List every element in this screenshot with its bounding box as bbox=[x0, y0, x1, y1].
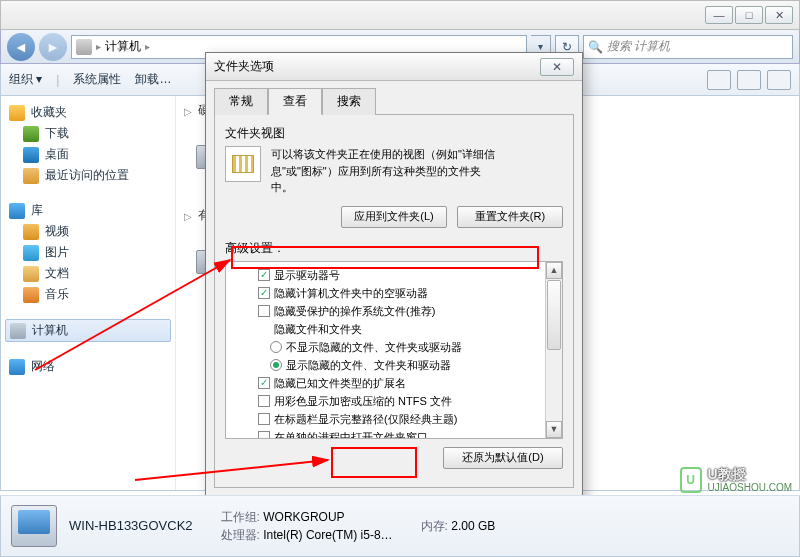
video-icon bbox=[23, 224, 39, 240]
toolbar-separator: | bbox=[56, 73, 59, 87]
adv-item-fullpath-title[interactable]: 在标题栏显示完整路径(仅限经典主题) bbox=[230, 410, 541, 428]
restore-defaults-button[interactable]: 还原为默认值(D) bbox=[443, 447, 563, 469]
sidebar-label: 图片 bbox=[45, 244, 69, 261]
expand-icon[interactable]: ▷ bbox=[184, 106, 192, 117]
sidebar-label: 文档 bbox=[45, 265, 69, 282]
adv-item-hide-empty-drives[interactable]: ✓隐藏计算机文件夹中的空驱动器 bbox=[230, 284, 541, 302]
adv-item-hide-protected-os-files[interactable]: 隐藏受保护的操作系统文件(推荐) bbox=[230, 302, 541, 320]
memory-value: 2.00 GB bbox=[451, 519, 495, 533]
computer-icon bbox=[76, 39, 92, 55]
dialog-title: 文件夹选项 bbox=[214, 58, 274, 75]
cpu-value: Intel(R) Core(TM) i5-8… bbox=[263, 528, 392, 542]
radio-icon[interactable] bbox=[270, 359, 282, 371]
radio-icon[interactable] bbox=[270, 341, 282, 353]
sidebar-label: 收藏夹 bbox=[31, 104, 67, 121]
watermark-badge-icon: U bbox=[680, 467, 702, 493]
sidebar-label: 计算机 bbox=[32, 322, 68, 339]
sidebar-videos[interactable]: 视频 bbox=[5, 221, 171, 242]
tab-search[interactable]: 搜索 bbox=[322, 88, 376, 115]
sidebar-label: 下载 bbox=[45, 125, 69, 142]
reset-folders-button[interactable]: 重置文件夹(R) bbox=[457, 206, 563, 228]
checkbox-icon[interactable] bbox=[258, 305, 270, 317]
tab-view[interactable]: 查看 bbox=[268, 88, 322, 115]
checkbox-icon[interactable] bbox=[258, 395, 270, 407]
sidebar-documents[interactable]: 文档 bbox=[5, 263, 171, 284]
sidebar-label: 桌面 bbox=[45, 146, 69, 163]
close-button[interactable]: ✕ bbox=[765, 6, 793, 24]
library-icon bbox=[9, 203, 25, 219]
adv-item-hide-extensions[interactable]: ✓隐藏已知文件类型的扩展名 bbox=[230, 374, 541, 392]
workgroup-label: 工作组: bbox=[221, 510, 260, 524]
adv-item-separate-process[interactable]: 在单独的进程中打开文件夹窗口 bbox=[230, 428, 541, 439]
checkbox-icon[interactable] bbox=[258, 413, 270, 425]
folder-icon bbox=[258, 323, 270, 335]
dialog-close-button[interactable]: ✕ bbox=[540, 58, 574, 76]
folder-view-desc: 可以将该文件夹正在使用的视图（例如"详细信 息"或"图标"）应用到所有这种类型的… bbox=[271, 146, 563, 196]
scroll-down-icon[interactable]: ▼ bbox=[546, 421, 562, 438]
folder-view-icon bbox=[225, 146, 261, 182]
breadcrumb-sep-icon: ▸ bbox=[145, 41, 150, 52]
minimize-button[interactable]: — bbox=[705, 6, 733, 24]
breadcrumb-sep-icon: ▸ bbox=[96, 41, 101, 52]
watermark: U U教授 UJIAOSHOU.COM bbox=[680, 467, 792, 493]
sidebar-computer[interactable]: 计算机 bbox=[5, 319, 171, 342]
sidebar-network[interactable]: 网络 bbox=[5, 356, 171, 377]
expand-icon[interactable]: ▷ bbox=[184, 211, 192, 222]
checkbox-icon[interactable]: ✓ bbox=[258, 269, 270, 281]
sidebar-recent[interactable]: 最近访问的位置 bbox=[5, 165, 171, 186]
forward-button[interactable]: ► bbox=[39, 33, 67, 61]
search-icon: 🔍 bbox=[588, 40, 603, 54]
checkbox-icon[interactable]: ✓ bbox=[258, 377, 270, 389]
view-mode-button[interactable] bbox=[707, 70, 731, 90]
dialog-body: 文件夹视图 可以将该文件夹正在使用的视图（例如"详细信 息"或"图标"）应用到所… bbox=[214, 114, 574, 488]
scroll-thumb[interactable] bbox=[547, 280, 561, 350]
document-icon bbox=[23, 266, 39, 282]
adv-item-dont-show-hidden[interactable]: 不显示隐藏的文件、文件夹或驱动器 bbox=[230, 338, 541, 356]
back-button[interactable]: ◄ bbox=[7, 33, 35, 61]
desktop-icon bbox=[23, 147, 39, 163]
picture-icon bbox=[23, 245, 39, 261]
system-properties-button[interactable]: 系统属性 bbox=[73, 71, 121, 88]
sidebar-label: 最近访问的位置 bbox=[45, 167, 129, 184]
checkbox-icon[interactable] bbox=[258, 431, 270, 439]
advanced-title: 高级设置： bbox=[225, 240, 563, 257]
organize-menu[interactable]: 组织 ▾ bbox=[9, 71, 42, 88]
download-icon bbox=[23, 126, 39, 142]
sidebar-desktop[interactable]: 桌面 bbox=[5, 144, 171, 165]
apply-to-folders-button[interactable]: 应用到文件夹(L) bbox=[341, 206, 447, 228]
sidebar-label: 音乐 bbox=[45, 286, 69, 303]
maximize-button[interactable]: □ bbox=[735, 6, 763, 24]
window-titlebar: — □ ✕ bbox=[0, 0, 800, 30]
preview-pane-button[interactable] bbox=[737, 70, 761, 90]
adv-item-hidden-files-group: 隐藏文件和文件夹 bbox=[230, 320, 541, 338]
watermark-text: U教授 bbox=[708, 467, 792, 482]
folder-options-dialog: 文件夹选项 ✕ 常规 查看 搜索 文件夹视图 可以将该文件夹正在使用的视图（例如… bbox=[205, 52, 583, 533]
search-input[interactable]: 🔍 搜索 计算机 bbox=[583, 35, 793, 59]
cpu-label: 处理器: bbox=[221, 528, 260, 542]
adv-item-show-hidden[interactable]: 显示隐藏的文件、文件夹和驱动器 bbox=[230, 356, 541, 374]
scrollbar[interactable]: ▲ ▼ bbox=[545, 262, 562, 438]
window-controls: — □ ✕ bbox=[705, 6, 793, 24]
help-button[interactable] bbox=[767, 70, 791, 90]
checkbox-icon[interactable]: ✓ bbox=[258, 287, 270, 299]
breadcrumb-item[interactable]: 计算机 bbox=[105, 38, 141, 55]
navigation-sidebar: 收藏夹 下载 桌面 最近访问的位置 库 视频 图片 文档 音乐 计算机 网络 bbox=[1, 96, 176, 490]
sidebar-libraries[interactable]: 库 bbox=[5, 200, 171, 221]
adv-item-drive-letters[interactable]: ✓显示驱动器号 bbox=[230, 266, 541, 284]
computer-icon bbox=[10, 323, 26, 339]
music-icon bbox=[23, 287, 39, 303]
recent-icon bbox=[23, 168, 39, 184]
dialog-tabs: 常规 查看 搜索 bbox=[206, 81, 582, 114]
sidebar-music[interactable]: 音乐 bbox=[5, 284, 171, 305]
sidebar-pictures[interactable]: 图片 bbox=[5, 242, 171, 263]
sidebar-label: 库 bbox=[31, 202, 43, 219]
sidebar-favorites[interactable]: 收藏夹 bbox=[5, 102, 171, 123]
uninstall-button[interactable]: 卸载… bbox=[135, 71, 171, 88]
scroll-up-icon[interactable]: ▲ bbox=[546, 262, 562, 279]
tab-general[interactable]: 常规 bbox=[214, 88, 268, 115]
details-pane: WIN-HB133GOVCK2 工作组: WORKGROUP 处理器: Inte… bbox=[0, 495, 800, 557]
sidebar-downloads[interactable]: 下载 bbox=[5, 123, 171, 144]
adv-item-color-ntfs[interactable]: 用彩色显示加密或压缩的 NTFS 文件 bbox=[230, 392, 541, 410]
dialog-titlebar[interactable]: 文件夹选项 ✕ bbox=[206, 53, 582, 81]
sidebar-label: 网络 bbox=[31, 358, 55, 375]
